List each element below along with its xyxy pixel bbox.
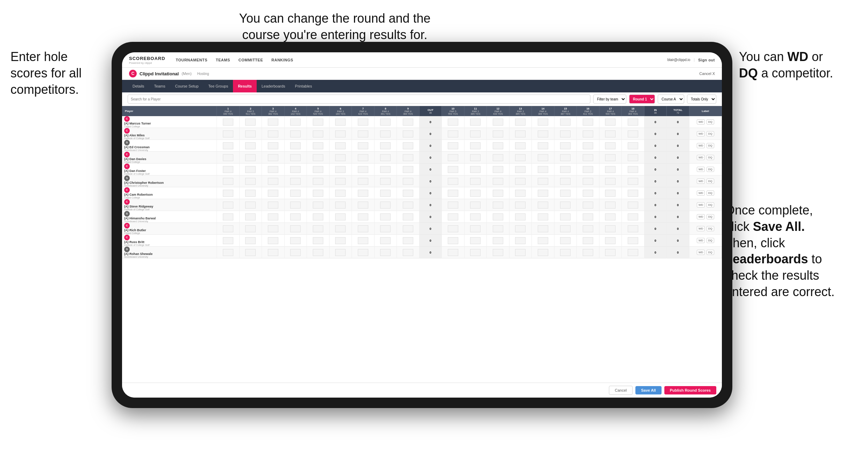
dq-button-1[interactable]: DQ <box>707 131 714 136</box>
score-input-hole-17-row-6[interactable] <box>605 190 616 197</box>
score-input-hole-3-row-10[interactable] <box>268 237 278 244</box>
score-input-hole-7-row-8[interactable] <box>358 213 368 220</box>
score-input-hole-4-row-0[interactable] <box>290 119 301 126</box>
score-input-hole-1-row-7[interactable] <box>223 202 233 209</box>
score-input-hole-16-row-6[interactable] <box>583 190 593 197</box>
score-input-hole-5-row-7[interactable] <box>313 202 323 209</box>
score-input-hole-15-row-6[interactable] <box>560 190 571 197</box>
score-input-hole-12-row-2[interactable] <box>493 142 503 149</box>
dq-button-9[interactable]: DQ <box>707 226 714 231</box>
score-input-hole-16-row-10[interactable] <box>583 237 593 244</box>
score-input-hole-15-row-2[interactable] <box>560 142 571 149</box>
nav-rankings[interactable]: RANKINGS <box>271 58 293 62</box>
score-input-hole-7-row-7[interactable] <box>358 202 368 209</box>
score-input-hole-12-row-5[interactable] <box>493 178 503 185</box>
score-input-hole-1-row-1[interactable] <box>223 130 233 137</box>
score-input-hole-17-row-4[interactable] <box>605 166 616 173</box>
score-input-hole-7-row-4[interactable] <box>358 166 368 173</box>
score-input-hole-5-row-10[interactable] <box>313 237 323 244</box>
score-input-hole-13-row-0[interactable] <box>515 119 526 126</box>
round-select[interactable]: Round 1 <box>629 95 655 104</box>
wd-button-2[interactable]: WD <box>697 143 705 148</box>
score-input-hole-6-row-7[interactable] <box>335 202 346 209</box>
score-input-hole-9-row-3[interactable] <box>403 154 413 161</box>
score-input-hole-8-row-2[interactable] <box>380 142 391 149</box>
wd-button-5[interactable]: WD <box>697 179 705 184</box>
score-input-hole-8-row-10[interactable] <box>380 237 391 244</box>
score-input-hole-3-row-11[interactable] <box>268 249 278 256</box>
score-input-hole-17-row-8[interactable] <box>605 213 616 220</box>
dq-button-8[interactable]: DQ <box>707 214 714 219</box>
nav-tournaments[interactable]: TOURNAMENTS <box>176 58 207 62</box>
score-input-hole-5-row-0[interactable] <box>313 119 323 126</box>
score-input-hole-13-row-8[interactable] <box>515 213 526 220</box>
score-input-hole-14-row-5[interactable] <box>538 178 548 185</box>
score-input-hole-7-row-6[interactable] <box>358 190 368 197</box>
score-input-hole-13-row-4[interactable] <box>515 166 526 173</box>
score-input-hole-2-row-11[interactable] <box>245 249 256 256</box>
score-input-hole-7-row-3[interactable] <box>358 154 368 161</box>
score-input-hole-11-row-9[interactable] <box>470 225 481 232</box>
score-input-hole-14-row-9[interactable] <box>538 225 548 232</box>
score-input-hole-6-row-11[interactable] <box>335 249 346 256</box>
score-input-hole-11-row-2[interactable] <box>470 142 481 149</box>
score-input-hole-13-row-3[interactable] <box>515 154 526 161</box>
score-input-hole-5-row-6[interactable] <box>313 190 323 197</box>
score-input-hole-3-row-5[interactable] <box>268 178 278 185</box>
score-input-hole-6-row-0[interactable] <box>335 119 346 126</box>
score-input-hole-4-row-1[interactable] <box>290 130 301 137</box>
score-input-hole-14-row-6[interactable] <box>538 190 548 197</box>
score-input-hole-2-row-9[interactable] <box>245 225 256 232</box>
score-input-hole-1-row-9[interactable] <box>223 225 233 232</box>
score-input-hole-7-row-0[interactable] <box>358 119 368 126</box>
score-input-hole-17-row-5[interactable] <box>605 178 616 185</box>
header-cancel-button[interactable]: Cancel X <box>699 71 715 76</box>
score-input-hole-13-row-9[interactable] <box>515 225 526 232</box>
score-input-hole-12-row-4[interactable] <box>493 166 503 173</box>
score-input-hole-6-row-8[interactable] <box>335 213 346 220</box>
score-input-hole-6-row-9[interactable] <box>335 225 346 232</box>
score-input-hole-11-row-0[interactable] <box>470 119 481 126</box>
dq-button-4[interactable]: DQ <box>707 167 714 172</box>
score-input-hole-8-row-3[interactable] <box>380 154 391 161</box>
score-input-hole-9-row-11[interactable] <box>403 249 413 256</box>
score-input-hole-5-row-4[interactable] <box>313 166 323 173</box>
score-input-hole-1-row-6[interactable] <box>223 190 233 197</box>
publish-round-button[interactable]: Publish Round Scores <box>664 386 716 394</box>
score-input-hole-7-row-10[interactable] <box>358 237 368 244</box>
score-input-hole-2-row-8[interactable] <box>245 213 256 220</box>
score-input-hole-12-row-1[interactable] <box>493 130 503 137</box>
dq-button-3[interactable]: DQ <box>707 155 714 160</box>
score-input-hole-12-row-3[interactable] <box>493 154 503 161</box>
score-input-hole-3-row-0[interactable] <box>268 119 278 126</box>
score-input-hole-15-row-10[interactable] <box>560 237 571 244</box>
score-input-hole-16-row-7[interactable] <box>583 202 593 209</box>
score-input-hole-17-row-10[interactable] <box>605 237 616 244</box>
score-input-hole-18-row-3[interactable] <box>628 154 638 161</box>
score-input-hole-12-row-8[interactable] <box>493 213 503 220</box>
wd-button-4[interactable]: WD <box>697 167 705 172</box>
score-input-hole-5-row-3[interactable] <box>313 154 323 161</box>
score-input-hole-5-row-2[interactable] <box>313 142 323 149</box>
score-input-hole-6-row-2[interactable] <box>335 142 346 149</box>
score-input-hole-3-row-9[interactable] <box>268 225 278 232</box>
score-input-hole-5-row-11[interactable] <box>313 249 323 256</box>
score-input-hole-14-row-8[interactable] <box>538 213 548 220</box>
score-input-hole-9-row-6[interactable] <box>403 190 413 197</box>
score-input-hole-9-row-7[interactable] <box>403 202 413 209</box>
score-input-hole-5-row-1[interactable] <box>313 130 323 137</box>
score-input-hole-4-row-5[interactable] <box>290 178 301 185</box>
score-input-hole-10-row-2[interactable] <box>448 142 458 149</box>
score-input-hole-6-row-6[interactable] <box>335 190 346 197</box>
score-input-hole-18-row-8[interactable] <box>628 213 638 220</box>
score-input-hole-10-row-5[interactable] <box>448 178 458 185</box>
score-input-hole-11-row-8[interactable] <box>470 213 481 220</box>
score-input-hole-6-row-1[interactable] <box>335 130 346 137</box>
score-input-hole-15-row-9[interactable] <box>560 225 571 232</box>
score-input-hole-7-row-2[interactable] <box>358 142 368 149</box>
score-input-hole-13-row-10[interactable] <box>515 237 526 244</box>
score-input-hole-10-row-9[interactable] <box>448 225 458 232</box>
score-input-hole-16-row-5[interactable] <box>583 178 593 185</box>
wd-button-3[interactable]: WD <box>697 155 705 160</box>
score-input-hole-16-row-4[interactable] <box>583 166 593 173</box>
